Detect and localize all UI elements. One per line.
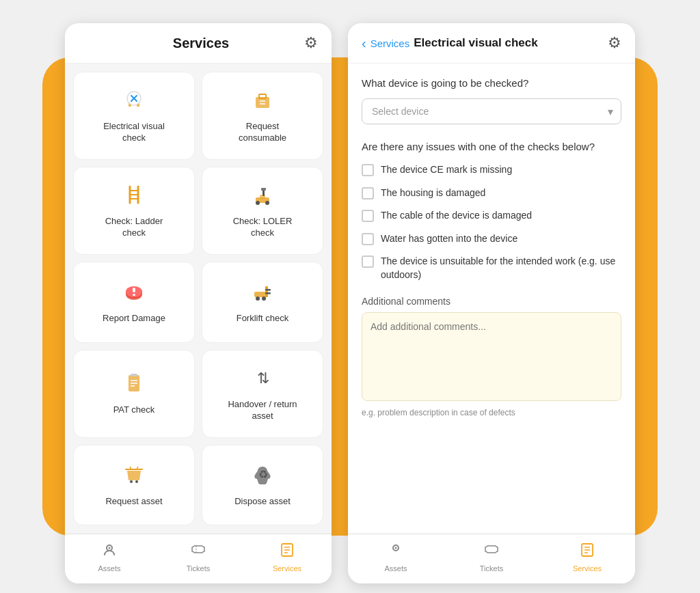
check-label-cable: The cable of the device is damaged bbox=[381, 209, 532, 223]
tickets-icon bbox=[190, 541, 206, 562]
electrical-visual-check-label: Electrical visualcheck bbox=[103, 121, 165, 144]
right-page-title: Electrical visual check bbox=[414, 36, 537, 50]
svg-point-19 bbox=[265, 201, 269, 205]
service-card-report-damage[interactable]: Report Damage bbox=[73, 262, 195, 342]
check-loler-label: Check: LOLERcheck bbox=[233, 216, 293, 239]
left-nav-assets[interactable]: Assets bbox=[85, 541, 133, 573]
svg-rect-6 bbox=[259, 94, 266, 98]
service-card-dispose-asset[interactable]: ♻ Dispose asset bbox=[202, 445, 323, 525]
svg-point-30 bbox=[262, 296, 266, 301]
pat-check-icon bbox=[122, 371, 146, 399]
check-item-water[interactable]: Water has gotten into the device bbox=[362, 232, 621, 246]
right-screen-header: ‹ Services Electrical visual check ⚙ bbox=[348, 23, 635, 64]
comments-helper-text: e.g. problem description in case of defe… bbox=[362, 408, 621, 417]
dispose-asset-label: Dispose asset bbox=[234, 496, 291, 508]
right-nav-assets[interactable]: Assets bbox=[372, 541, 420, 573]
svg-rect-24 bbox=[133, 294, 135, 296]
svg-point-43 bbox=[109, 547, 111, 549]
right-header-left: ‹ Services Electrical visual check bbox=[362, 36, 538, 51]
left-screen-header: Services ⚙ bbox=[65, 23, 332, 64]
forklift-check-icon bbox=[250, 279, 275, 307]
svg-rect-25 bbox=[254, 292, 267, 297]
left-nav-assets-label: Assets bbox=[98, 564, 120, 573]
right-nav-services[interactable]: Services bbox=[563, 541, 611, 573]
svg-text:♻: ♻ bbox=[258, 469, 268, 480]
svg-text:⇅: ⇅ bbox=[257, 370, 269, 387]
right-nav-tickets[interactable]: Tickets bbox=[468, 541, 515, 573]
svg-point-40 bbox=[135, 480, 138, 483]
additional-comments-textarea[interactable] bbox=[362, 312, 621, 401]
right-nav-assets-label: Assets bbox=[384, 564, 407, 573]
check-loler-icon bbox=[250, 182, 275, 210]
svg-rect-26 bbox=[265, 286, 268, 297]
check-box-ce-mark[interactable] bbox=[362, 164, 374, 176]
dispose-asset-icon: ♻ bbox=[250, 463, 275, 491]
right-nav-tickets-label: Tickets bbox=[480, 564, 503, 573]
svg-rect-32 bbox=[131, 374, 137, 376]
check-label-housing: The housing is damaged bbox=[381, 187, 485, 200]
check-ladder-label: Check: Laddercheck bbox=[105, 216, 163, 239]
device-select[interactable]: Select device bbox=[362, 98, 621, 124]
check-item-ce-mark[interactable]: The device CE mark is missing bbox=[362, 163, 621, 177]
service-card-request-asset[interactable]: Request asset bbox=[73, 445, 195, 525]
left-nav-services[interactable]: Services bbox=[263, 541, 311, 573]
right-gear-button[interactable]: ⚙ bbox=[608, 34, 621, 52]
check-item-unsuitable[interactable]: The device is unsuitable for the intende… bbox=[362, 255, 621, 281]
request-consumable-label: Requestconsumable bbox=[239, 121, 286, 144]
right-bottom-nav: Assets Tickets bbox=[348, 534, 635, 583]
request-asset-icon bbox=[122, 463, 146, 491]
right-assets-icon bbox=[388, 541, 404, 562]
service-card-check-loler[interactable]: Check: LOLERcheck bbox=[202, 167, 323, 255]
forklift-check-label: Forklift check bbox=[237, 313, 289, 325]
left-gear-button[interactable]: ⚙ bbox=[304, 34, 318, 52]
svg-rect-17 bbox=[261, 188, 266, 191]
check-item-cable[interactable]: The cable of the device is damaged bbox=[362, 209, 621, 223]
checks-section: Are there any issues with one of the che… bbox=[362, 139, 621, 282]
request-consumable-icon bbox=[250, 87, 275, 115]
assets-icon bbox=[101, 541, 118, 562]
service-card-forklift-check[interactable]: Forklift check bbox=[202, 262, 323, 342]
check-box-unsuitable[interactable] bbox=[362, 256, 374, 268]
handover-return-icon: ⇅ bbox=[250, 366, 275, 394]
check-label-ce-mark: The device CE mark is missing bbox=[381, 163, 512, 177]
right-services-icon bbox=[579, 541, 595, 562]
svg-point-50 bbox=[395, 547, 397, 549]
breadcrumb-services[interactable]: Services bbox=[371, 38, 410, 49]
service-card-check-ladder[interactable]: Check: Laddercheck bbox=[73, 167, 195, 255]
left-nav-tickets[interactable]: Tickets bbox=[174, 541, 222, 573]
svg-rect-27 bbox=[265, 289, 271, 291]
check-item-housing[interactable]: The housing is damaged bbox=[362, 187, 621, 200]
back-button[interactable]: ‹ bbox=[362, 36, 366, 51]
pat-check-label: PAT check bbox=[113, 404, 155, 416]
electrical-visual-check-icon bbox=[122, 87, 146, 115]
additional-comments-label: Additional comments bbox=[362, 296, 621, 307]
svg-point-18 bbox=[256, 201, 260, 205]
right-screen-content: What device is going to be checked? Sele… bbox=[348, 64, 635, 534]
additional-section: Additional comments e.g. problem descrip… bbox=[362, 296, 621, 417]
request-asset-label: Request asset bbox=[105, 496, 162, 508]
svg-rect-28 bbox=[265, 292, 271, 294]
check-box-cable[interactable] bbox=[362, 210, 374, 222]
report-damage-label: Report Damage bbox=[103, 313, 165, 325]
left-bottom-nav: Assets Tickets bbox=[65, 534, 332, 583]
service-card-request-consumable[interactable]: Requestconsumable bbox=[202, 72, 323, 160]
left-screen-title: Services bbox=[98, 36, 304, 51]
check-label-water: Water has gotten into the device bbox=[381, 232, 517, 246]
service-card-pat-check[interactable]: PAT check bbox=[73, 350, 195, 438]
screens-container: Services ⚙ Electrical visualcheck bbox=[65, 10, 635, 583]
left-nav-services-label: Services bbox=[273, 564, 301, 573]
check-box-housing[interactable] bbox=[362, 187, 374, 199]
report-damage-icon bbox=[122, 279, 146, 307]
svg-point-39 bbox=[130, 480, 133, 483]
handover-return-label: Handover / returnasset bbox=[228, 399, 297, 422]
checks-question: Are there any issues with one of the che… bbox=[362, 139, 621, 154]
svg-point-29 bbox=[256, 296, 260, 301]
right-nav-services-label: Services bbox=[573, 564, 602, 573]
services-icon-active bbox=[279, 541, 295, 562]
service-card-handover-return[interactable]: ⇅ Handover / returnasset bbox=[202, 350, 323, 438]
device-question: What device is going to be checked? bbox=[362, 77, 621, 89]
svg-rect-23 bbox=[133, 288, 135, 292]
service-card-electrical-visual-check[interactable]: Electrical visualcheck bbox=[73, 72, 195, 160]
check-box-water[interactable] bbox=[362, 233, 374, 245]
check-label-unsuitable: The device is unsuitable for the intende… bbox=[381, 255, 621, 281]
